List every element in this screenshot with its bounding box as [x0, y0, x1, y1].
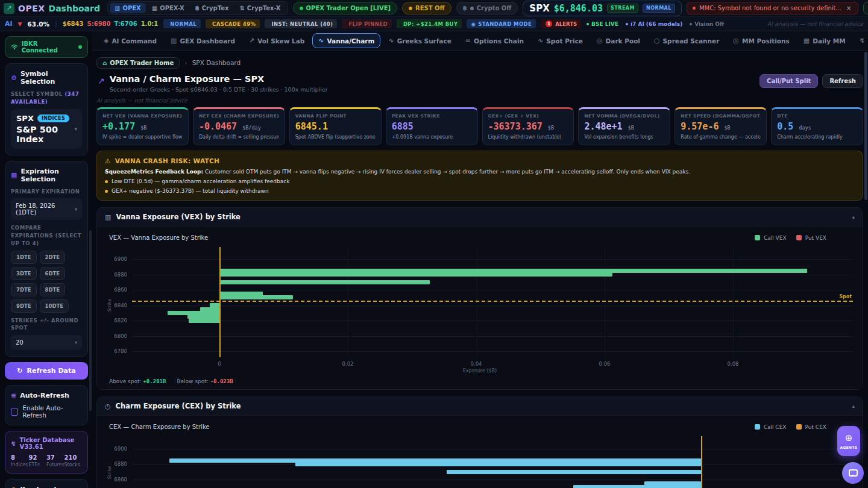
metric-unit: $B — [628, 125, 634, 131]
chart-bar — [221, 272, 613, 277]
platform-tab[interactable]: ฿ CrypTex — [190, 3, 234, 13]
stat-number: 92 — [28, 454, 46, 461]
status-badge: INST: NEUTRAL (40) — [265, 19, 337, 28]
platform-tab[interactable]: ⇅ CrypTex-X — [234, 3, 285, 13]
crypto-label: Crypto Off — [477, 5, 512, 11]
chat-button[interactable] — [842, 462, 864, 484]
chart-bar — [221, 295, 293, 299]
dte-chip[interactable]: 7DTE — [11, 283, 37, 296]
metric-unit: $B/day — [242, 125, 261, 131]
metric-card: GEX+ (GEX + VEX) -36373.367 $B Liquidity… — [482, 107, 574, 145]
metric-card: NET VEX (VANNA EXPOSURE) +0.177 $B IV sp… — [96, 107, 189, 145]
symbol-name: S&P 500 Index — [16, 125, 77, 144]
platform-tab[interactable]: ▥ OPEX — [110, 3, 146, 13]
module-tab[interactable]: ↗ Vol Skew Lab — [243, 33, 310, 48]
metric-desc: Vol expansion benefits longs — [584, 134, 664, 140]
module-tab[interactable]: ▥ GEX Dashboard — [165, 33, 241, 48]
primary-expiration-select[interactable]: Feb 18, 2026 (1DTE) ▾ — [11, 198, 82, 220]
vex-y-axis: Strike 6900688068606840682068006780 — [104, 247, 132, 357]
dte-chip[interactable]: 6DTE — [40, 267, 66, 280]
dte-chip[interactable]: 10DTE — [40, 299, 69, 313]
ticker-price-box: SPX $6,846.03 STREAM NORMAL — [523, 1, 682, 16]
ticker-db-stat: 8 Indices — [11, 454, 28, 468]
module-tab[interactable]: ∿ Greeks Surface — [382, 33, 457, 48]
symbol-selection-card: ⚙ Symbol Selection SELECT SYMBOL (347 AV… — [5, 63, 88, 155]
module-tab-label: MM Positions — [742, 37, 790, 45]
y-tick-label: 6860 — [114, 477, 127, 483]
module-tab-icon: ↗ — [249, 37, 254, 45]
cex-y-axis-label: Strike — [107, 466, 112, 480]
metric-value: -0.0467 $B/day — [199, 121, 279, 132]
agents-button[interactable]: ⊕ AGENTS — [837, 426, 860, 456]
gridline — [132, 321, 853, 321]
status-dot-icon — [587, 23, 589, 25]
module-tab[interactable]: ↯ Intraday MM — [854, 33, 868, 48]
module-tab[interactable]: ◎ MM Positions — [727, 33, 795, 48]
gridline — [132, 351, 853, 352]
module-tab[interactable]: ◈ AI Command — [98, 33, 163, 48]
gridline — [476, 247, 477, 357]
alerts-badge[interactable]: 1 ALERTS — [541, 19, 581, 28]
refresh-button[interactable]: Refresh — [822, 74, 863, 88]
error-dot-icon — [693, 7, 696, 10]
y-tick-label: 6800 — [114, 333, 127, 339]
close-icon[interactable]: × — [845, 5, 852, 11]
enable-auto-refresh-row[interactable]: Enable Auto-Refresh — [11, 404, 82, 419]
metric-label: NET CEX (CHARM EXPOSURE) — [199, 113, 279, 119]
platform-tab-icon: ▦ — [152, 5, 157, 11]
crypto-toggle-badge[interactable]: ฿ Crypto Off — [456, 2, 518, 14]
platform-tab[interactable]: ▦ OPEX-X — [147, 3, 189, 13]
module-tab[interactable]: ∞ Options Chain — [459, 33, 530, 48]
dte-chip[interactable]: 3DTE — [11, 267, 37, 280]
module-tab[interactable]: ▦ Daily MM — [797, 33, 852, 48]
legend-label: Put VEX — [805, 235, 826, 241]
bar-chart-icon: ▥ — [105, 213, 111, 221]
level-readouts: $6843 S:6980 T:6706 1.0:1 — [63, 20, 159, 27]
badge-label: NORMAL — [170, 21, 197, 27]
call-put-split-button[interactable]: Call/Put Split — [760, 74, 818, 88]
below-spot-value: -0.023B — [210, 378, 233, 384]
module-tab-icon: ∿ — [318, 37, 324, 45]
module-tab[interactable]: ∿ Vanna/Charm — [312, 33, 380, 48]
status-dot-item: BSE LIVE — [587, 21, 618, 27]
main-scrollbar[interactable] — [864, 52, 867, 200]
module-tab[interactable]: ◎ Dark Pool — [591, 33, 646, 48]
ibkr-connection-badge: IBKR Connected — [5, 36, 88, 58]
dte-chip[interactable]: 8DTE — [40, 283, 66, 296]
dte-chip[interactable]: 9DTE — [11, 299, 37, 313]
module-tab[interactable]: ○ Spread Scanner — [648, 33, 725, 48]
ai-note: AI analysis — not financial advice — [96, 98, 863, 104]
vex-chart-title: VEX — Vanna Exposure by Strike — [104, 234, 208, 241]
sidebar: IBKR Connected ⚙ Symbol Selection SELECT… — [0, 31, 92, 488]
symbol-dropdown[interactable]: SPX INDICES S&P 500 Index ▾ — [11, 109, 82, 149]
dte-chip[interactable]: 1DTE — [11, 251, 37, 264]
rest-dot-icon — [409, 7, 412, 10]
stat-label: ETFs — [28, 462, 46, 468]
dte-chip[interactable]: 2DTE — [40, 251, 66, 264]
collapse-chevron-icon[interactable]: ▴ — [852, 214, 855, 220]
module-tab[interactable]: ∿ Spot Price — [532, 33, 589, 48]
ticker-db-stat: 92 ETFs — [28, 454, 46, 468]
status-badge: NORMAL — [163, 19, 201, 28]
wifi-icon — [11, 44, 18, 50]
badge-label: CASCADE 49% — [212, 21, 256, 27]
status-dot-label: i7 AI (66 models) — [631, 21, 682, 27]
strikes-select[interactable]: 20 ▾ — [11, 335, 82, 350]
breadcrumb-current: SPX Dashboard — [192, 59, 241, 66]
ai-confidence: 63.0% — [28, 20, 49, 28]
cex-section-title: Charm Exposure (CEX) by Strike — [116, 402, 241, 410]
rest-toggle-badge[interactable]: REST Off — [402, 2, 451, 14]
auto-refresh-checkbox[interactable] — [11, 408, 18, 416]
metric-card: VANNA FLIP POINT 6845.1 Spot ABOVE flip … — [289, 107, 382, 145]
metric-unit: $B — [140, 125, 146, 131]
legend-swatch — [755, 235, 760, 240]
vex-section-title: Vanna Exposure (VEX) by Strike — [116, 213, 240, 221]
y-tick-label: 6880 — [114, 272, 127, 278]
vex-section: ▥ Vanna Exposure (VEX) by Strike ▴ VEX —… — [96, 207, 863, 390]
refresh-data-button[interactable]: ↻ Refresh Data — [5, 362, 88, 380]
collapse-chevron-icon[interactable]: ▴ — [852, 403, 855, 409]
status-dot-icon — [626, 23, 628, 25]
home-button[interactable]: ⌂ Home — [863, 2, 868, 14]
breadcrumb-home-button[interactable]: ⌂ OPEX Trader Home — [96, 57, 180, 69]
connection-label: IBKR Connected — [22, 40, 75, 54]
